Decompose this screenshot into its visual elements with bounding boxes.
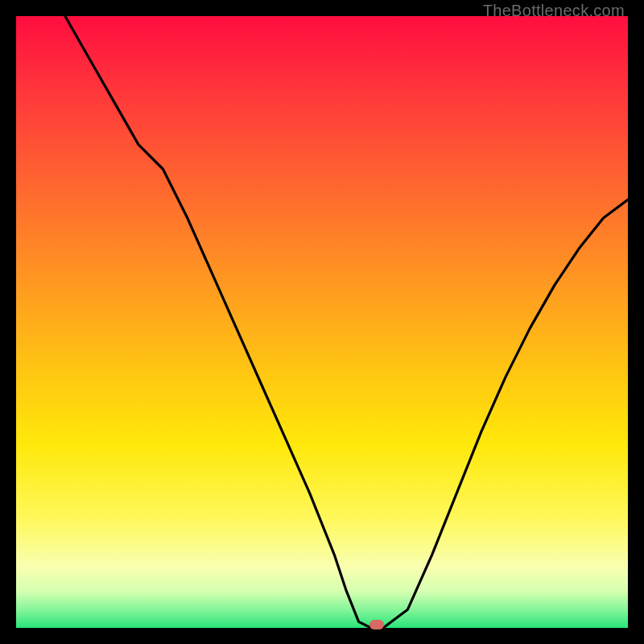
plot-area: [16, 16, 628, 628]
watermark-text: TheBottleneck.com: [483, 2, 625, 20]
bottleneck-curve: [16, 16, 628, 628]
optimal-point-marker: [369, 620, 384, 630]
chart-stage: TheBottleneck.com: [0, 0, 644, 644]
